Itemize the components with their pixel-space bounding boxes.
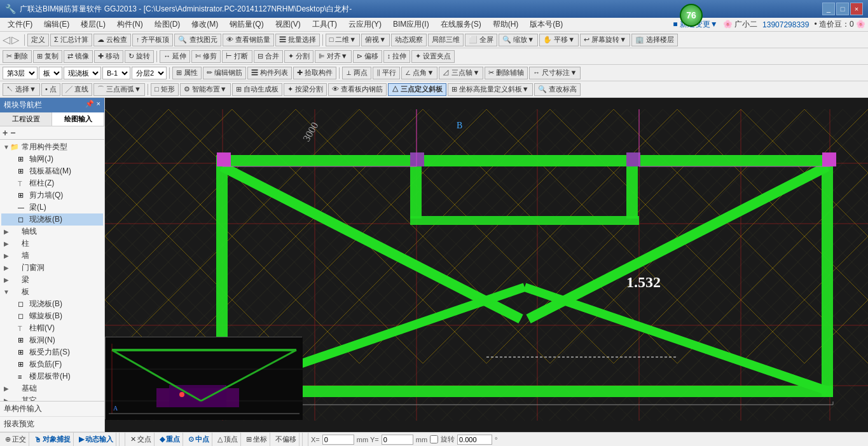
nav-controls[interactable]: 📌 ×: [85, 100, 100, 111]
split-by-beam-button[interactable]: ✦ 按梁分割: [284, 83, 327, 96]
summary-button[interactable]: Σ 汇总计算: [50, 34, 92, 46]
board-type-select[interactable]: 现浇板: [64, 67, 101, 79]
status-dynamic[interactable]: ▶ 动态输入: [76, 433, 116, 446]
status-center[interactable]: ⊙ 中点: [186, 433, 212, 446]
three-point-slope-button[interactable]: △ 三点定义斜板: [388, 83, 446, 96]
dynamic-view-button[interactable]: 动态观察: [391, 34, 427, 46]
tree-shoulij[interactable]: ⊞ 板受力筋(S): [1, 346, 103, 358]
define-button[interactable]: 定义: [27, 34, 49, 46]
report-preview[interactable]: 报表预览: [0, 417, 104, 432]
menu-rebar[interactable]: 钢筋量(Q): [224, 18, 268, 31]
tree-axisline[interactable]: ▶ 轴线: [1, 226, 103, 238]
menu-tools[interactable]: 工具(T): [307, 18, 342, 31]
status-nooffset[interactable]: 不偏移: [273, 433, 300, 446]
rotate-checkbox[interactable]: [430, 435, 438, 443]
zoom-button[interactable]: 🔍 缩放▼: [499, 34, 538, 46]
status-intersection[interactable]: ✕ 交点: [128, 433, 155, 446]
maximize-button[interactable]: □: [836, 3, 849, 15]
status-coord[interactable]: ⊞ 坐标: [244, 433, 270, 446]
select-tool-button[interactable]: ↖ 选择▼: [3, 83, 40, 96]
menu-floor[interactable]: 楼层(L): [76, 18, 111, 31]
point-angle-button[interactable]: ∠ 点角▼: [401, 67, 437, 79]
pick-component-button[interactable]: ✚ 拾取构件: [293, 67, 336, 79]
view-rebar-button[interactable]: 👁 查看钢筋量: [223, 34, 274, 46]
edit-rebar-button[interactable]: ✏ 编辑钢筋: [203, 67, 246, 79]
tree-beam[interactable]: — 梁(L): [1, 201, 103, 213]
menu-help[interactable]: 帮助(H): [488, 18, 524, 31]
tree-axis[interactable]: ⊞ 轴网(J): [1, 153, 103, 165]
add-button[interactable]: +: [3, 128, 8, 138]
tree-loudai[interactable]: ≡ 楼层板带(H): [1, 370, 103, 382]
split-button[interactable]: ✦ 分割: [284, 50, 313, 63]
tree-ban[interactable]: ▼ 板: [1, 286, 103, 298]
fullscreen-button[interactable]: ⬜ 全屏: [465, 34, 497, 46]
menu-file[interactable]: 文件(F): [3, 18, 38, 31]
tree-jicui[interactable]: ▶ 基础: [1, 382, 103, 395]
tree-doorwin[interactable]: ▶ 门窗洞: [1, 262, 103, 274]
delete-axis-button[interactable]: ✂ 删除辅轴: [485, 67, 528, 79]
tab-drawing-input[interactable]: 绘图输入: [52, 112, 104, 126]
tree-zhumao[interactable]: T 柱帽(V): [1, 322, 103, 334]
status-midpoint[interactable]: ◆ 重点: [157, 433, 183, 446]
component-type-select[interactable]: 板: [39, 67, 62, 79]
layer-select[interactable]: 分层2: [132, 67, 167, 79]
three-point-axis-button[interactable]: ⊿ 三点轴▼: [439, 67, 483, 79]
coord-slope-button[interactable]: ⊞ 坐标高批量定义斜板▼: [448, 83, 533, 96]
view-slab-rebar-button[interactable]: 👁 查看板内钢筋: [328, 83, 387, 96]
tree-liang[interactable]: ▶ 梁: [1, 274, 103, 286]
board-name-select[interactable]: B-1: [102, 67, 130, 79]
menu-modify[interactable]: 修改(M): [186, 18, 223, 31]
tree-shearwall[interactable]: ⊞ 剪力墙(Q): [1, 189, 103, 201]
smart-place-button[interactable]: ⚙ 智能布置▼: [180, 83, 231, 96]
arc-tool-button[interactable]: ⌒ 三点画弧▼: [93, 83, 145, 96]
partial-3d-button[interactable]: 局部三维: [428, 34, 464, 46]
close-button[interactable]: ×: [850, 3, 863, 15]
minus-button[interactable]: −: [10, 128, 15, 138]
rect-tool-button[interactable]: □ 矩形: [151, 83, 179, 96]
tree-spiral[interactable]: ◻ 螺旋板(B): [1, 310, 103, 322]
x-input[interactable]: [322, 435, 354, 445]
tree-column[interactable]: T 框柱(Z): [1, 177, 103, 189]
break-button[interactable]: ⊢ 打断: [222, 50, 252, 63]
menu-cloud[interactable]: 云应用(Y): [343, 18, 387, 31]
align-button[interactable]: ⊫ 对齐▼: [315, 50, 352, 63]
tree-castin-slab[interactable]: ◻ 现浇板(B): [1, 213, 103, 226]
find-element-button[interactable]: 🔍 查找图元: [174, 34, 221, 46]
tab-engineering-setup[interactable]: 工程设置: [0, 112, 52, 126]
stretch-button[interactable]: ↕ 拉伸: [383, 50, 411, 63]
menu-edit[interactable]: 编辑(E): [39, 18, 74, 31]
screen-rotate-button[interactable]: ↩ 屏幕旋转▼: [580, 34, 630, 46]
status-vertex[interactable]: △ 顶点: [215, 433, 241, 446]
property-button[interactable]: ⊞ 属性: [172, 67, 202, 79]
rotate-input[interactable]: [457, 435, 492, 445]
menu-bim[interactable]: BIM应用(I): [388, 18, 434, 31]
tree-xianjiao[interactable]: ◻ 现浇板(B): [1, 298, 103, 310]
component-list-button[interactable]: ☰ 构件列表: [247, 67, 292, 79]
nav-close[interactable]: ×: [97, 100, 100, 111]
minimize-button[interactable]: _: [822, 3, 835, 15]
cloud-check-button[interactable]: ☁ 云检查: [93, 34, 131, 46]
auto-gen-button[interactable]: ⊞ 自动生成板: [232, 83, 282, 96]
top-view-button[interactable]: 俯视▼: [361, 34, 390, 46]
floor-select[interactable]: 第3层: [3, 67, 38, 79]
dimension-button[interactable]: ↔ 尺寸标注▼: [529, 67, 581, 79]
tree-col[interactable]: ▶ 柱: [1, 238, 103, 250]
guangxiaoer-btn[interactable]: 🌸 广小二: [723, 19, 757, 30]
level-top-button[interactable]: ↑ 齐平板顶: [132, 34, 174, 46]
2d-button[interactable]: □ 二维▼: [326, 34, 361, 46]
trim-button[interactable]: ✄ 修剪: [191, 50, 221, 63]
merge-button[interactable]: ⊟ 合并: [254, 50, 283, 63]
rotate-button[interactable]: ↻ 旋转: [125, 50, 154, 63]
menu-view[interactable]: 视图(V): [270, 18, 306, 31]
select-floor-button[interactable]: 🏢 选择楼层: [631, 34, 678, 46]
canvas-area[interactable]: 3000 1.532 690 .690 A B 1 1 2 tE: [105, 98, 868, 432]
tree-fujin[interactable]: ⊞ 板负筋(F): [1, 358, 103, 370]
tree-other[interactable]: ▶ 其它: [1, 395, 103, 401]
menu-version[interactable]: 版本号(B): [525, 18, 568, 31]
delete-button[interactable]: ✂ 删除: [3, 50, 32, 63]
tree-wall[interactable]: ▶ 墙: [1, 250, 103, 262]
y-input[interactable]: [382, 435, 413, 445]
move-button[interactable]: ✚ 移动: [94, 50, 123, 63]
tree-raft[interactable]: ⊞ 筏板基础(M): [1, 165, 103, 177]
grip-button[interactable]: ✦ 设置夹点: [411, 50, 455, 63]
